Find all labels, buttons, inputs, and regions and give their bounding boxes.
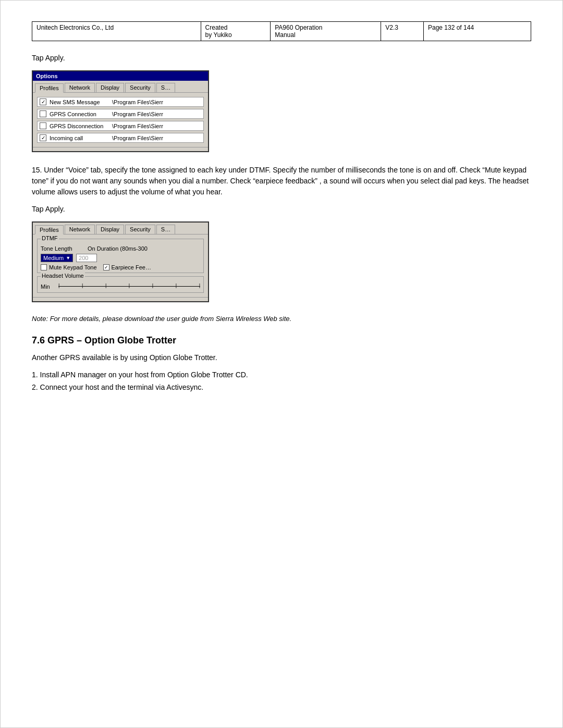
- mute-row: Mute Keypad Tone Earpiece Fee…: [41, 264, 200, 270]
- on-duration-label: On Duration (80ms-300: [88, 245, 148, 252]
- tap-apply-2: Tap Apply.: [32, 205, 531, 213]
- dtmf-header-row: Tone Length On Duration (80ms-300: [41, 245, 200, 252]
- cb-earpiece[interactable]: [103, 264, 109, 270]
- created-cell: Created by Yukiko: [201, 22, 271, 41]
- tab-network-1[interactable]: Network: [65, 83, 95, 92]
- tick-2: |: [82, 283, 83, 288]
- earpiece-label: Earpiece Fee…: [112, 264, 151, 270]
- cb-new-sms[interactable]: [40, 98, 46, 105]
- dialog-tabs-1: Profiles Network Display Security S…: [33, 81, 208, 93]
- select-value: Medium: [43, 255, 64, 261]
- options-dialog-1: Options Profiles Network Display Securit…: [32, 70, 209, 152]
- path-new-sms: \Program Files\Sierr: [112, 99, 201, 105]
- tick-1: |: [58, 283, 59, 288]
- dialog-bottom-bar-1: [33, 147, 208, 151]
- dialog-tabs-2: Profiles Network Display Security S…: [33, 223, 208, 235]
- slider-container[interactable]: | | | | | | |: [58, 283, 200, 290]
- cb-mute[interactable]: [41, 264, 47, 270]
- on-duration-input[interactable]: 200: [76, 254, 97, 262]
- tab-profiles-1[interactable]: Profiles: [35, 83, 64, 93]
- dtmf-controls-row: Medium ▼ 200: [41, 254, 200, 262]
- section-heading-76: 7.6 GPRS – Option Globe Trotter: [32, 335, 531, 346]
- dialog-bottom-bar-2: [33, 297, 208, 301]
- slider-row: Min | | | | | | |: [41, 283, 200, 290]
- list-item-1: 1. Install APN manager on your host from…: [32, 371, 531, 379]
- dtmf-group-label: DTMF: [41, 235, 59, 241]
- tone-length-select[interactable]: Medium ▼: [41, 254, 73, 262]
- body-text-15: 15. Under “Voice” tab, specify the tone …: [32, 165, 531, 198]
- row-gprs-disc: GPRS Disconnection \Program Files\Sierr: [37, 121, 204, 131]
- label-gprs-disc: GPRS Disconnection: [50, 123, 112, 129]
- mute-label: Mute Keypad Tone: [49, 264, 97, 270]
- company-cell: Unitech Electronics Co., Ltd: [32, 22, 201, 41]
- tick-4: |: [129, 283, 130, 288]
- cb-incoming-call[interactable]: [40, 134, 46, 141]
- tab-profiles-2[interactable]: Profiles: [35, 225, 64, 235]
- dialog-titlebar-1: Options: [33, 71, 208, 81]
- label-gprs-conn: GPRS Connection: [50, 111, 112, 117]
- options-dialog-2: Profiles Network Display Security S… DTM…: [32, 221, 209, 302]
- label-incoming-call: Incoming call: [50, 135, 112, 141]
- headset-section: Headset Volume Min | | | | | | |: [37, 276, 204, 293]
- created-by: by Yukiko: [205, 31, 232, 39]
- product-label: PA960 Operation: [275, 24, 322, 31]
- cb-gprs-disc[interactable]: [40, 122, 46, 129]
- tap-apply-1: Tap Apply.: [32, 54, 531, 62]
- row-new-sms: New SMS Message \Program Files\Sierr: [37, 97, 204, 107]
- select-arrow-icon: ▼: [66, 255, 70, 261]
- manual-label: Manual: [275, 31, 295, 39]
- tick-6: |: [176, 283, 177, 288]
- dtmf-group: DTMF Tone Length On Duration (80ms-300 M…: [37, 239, 204, 273]
- tab-security-2[interactable]: Security: [125, 225, 155, 234]
- tick-3: |: [105, 283, 106, 288]
- tab-network-2[interactable]: Network: [65, 225, 95, 234]
- tab-display-2[interactable]: Display: [96, 225, 124, 234]
- path-incoming-call: \Program Files\Sierr: [112, 135, 201, 141]
- path-gprs-conn: \Program Files\Sierr: [112, 111, 201, 117]
- tab-sn-2[interactable]: S…: [156, 225, 175, 234]
- gprs-intro: Another GPRS available is by using Optio…: [32, 352, 531, 363]
- row-incoming-call: Incoming call \Program Files\Sierr: [37, 133, 204, 143]
- row-gprs-conn: GPRS Connection \Program Files\Sierr: [37, 109, 204, 119]
- dialog-body-1: New SMS Message \Program Files\Sierr GPR…: [33, 93, 208, 147]
- header-table: Unitech Electronics Co., Ltd Created by …: [32, 21, 531, 41]
- min-label: Min: [41, 283, 54, 290]
- list-item-2: 2. Connect your host and the terminal vi…: [32, 383, 531, 391]
- tab-display-1[interactable]: Display: [96, 83, 124, 92]
- page-cell: Page 132 of 144: [423, 22, 531, 41]
- page: Unitech Electronics Co., Ltd Created by …: [0, 0, 563, 728]
- tick-7: |: [199, 283, 200, 288]
- tab-more-1[interactable]: S…: [156, 83, 175, 92]
- dialog-body-2: DTMF Tone Length On Duration (80ms-300 M…: [33, 235, 208, 297]
- product-cell: PA960 Operation Manual: [271, 22, 381, 41]
- created-label: Created: [205, 24, 228, 31]
- tick-5: |: [152, 283, 153, 288]
- headset-label: Headset Volume: [41, 273, 85, 279]
- tone-length-label: Tone Length: [41, 245, 88, 252]
- path-gprs-disc: \Program Files\Sierr: [112, 123, 201, 129]
- cb-gprs-conn[interactable]: [40, 110, 46, 117]
- slider-ticks-row: | | | | | | |: [58, 283, 200, 288]
- version-cell: V2.3: [381, 22, 424, 41]
- italic-note: Note: For more details, please download …: [32, 315, 531, 323]
- tab-security-1[interactable]: Security: [125, 83, 155, 92]
- label-new-sms: New SMS Message: [50, 99, 112, 105]
